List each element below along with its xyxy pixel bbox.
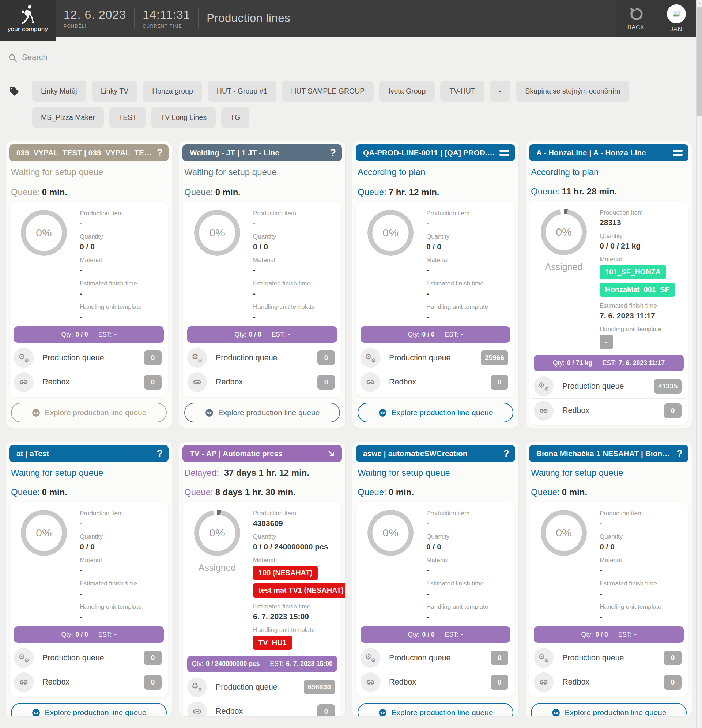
redbox-row[interactable]: Redbox 0 — [532, 398, 686, 422]
production-queue-row[interactable]: ⚙⚙ Production queue 0 — [532, 646, 686, 670]
redbox-row[interactable]: Redbox 0 — [185, 370, 339, 394]
panel-top: 0% Production item - Quantity 0 / 0 Mate… — [183, 202, 342, 321]
tag-chip[interactable]: TV Long Lines — [151, 107, 216, 128]
redbox-row[interactable]: Redbox 0 — [358, 670, 512, 694]
queue-label: Queue: — [531, 186, 560, 196]
qty-value: 0 / 0 — [76, 331, 88, 338]
tag-chip[interactable]: Linky Matěj — [32, 81, 86, 102]
explore-queue-button[interactable]: Explore production line queue — [358, 403, 513, 422]
card-header-icon-button[interactable] — [669, 150, 683, 156]
explore-queue-button[interactable]: Explore production line queue — [11, 703, 167, 716]
tag-chip[interactable]: Skupina se stejným oceněním — [516, 81, 629, 102]
explore-queue-button[interactable]: Explore production line queue — [358, 703, 513, 716]
tag-chip[interactable]: Linky TV — [92, 81, 138, 102]
redbox-row[interactable]: Redbox 0 — [358, 370, 512, 394]
progress-percent: 0% — [21, 510, 67, 556]
card-header[interactable]: TV - AP | Automatic press — [182, 445, 342, 462]
company-logo[interactable]: your company — [0, 0, 56, 41]
tag-chip[interactable]: - — [490, 81, 511, 102]
production-line-card: TV - AP | Automatic press Delayed:37 day… — [179, 442, 346, 716]
tag-chip[interactable]: TG — [221, 107, 249, 128]
tag-chip[interactable]: HUT SAMPLE GROUP — [282, 81, 373, 102]
redbox-row[interactable]: Redbox 0 — [12, 670, 166, 694]
qty-est-bar[interactable]: Qty:0 / 0 EST:- — [14, 326, 164, 343]
qty-value: 0 / 0 — [249, 331, 261, 338]
field-label: Quantity — [80, 533, 162, 540]
status-text: According to plan — [358, 167, 425, 177]
card-header-icon-button[interactable]: ? — [153, 448, 163, 459]
redbox-count: 0 — [491, 375, 508, 390]
qty-est-bar[interactable]: Qty:0 / 0 EST:- — [534, 626, 684, 643]
redbox-row[interactable]: Redbox 0 — [532, 670, 686, 694]
qty-est-bar[interactable]: Qty:0 / 0 EST:- — [187, 326, 337, 343]
production-queue-row[interactable]: ⚙⚙ Production queue 0 — [12, 646, 166, 670]
est-label: EST: — [270, 660, 283, 668]
field-label: Estimated finish time — [80, 280, 162, 287]
tag-chip[interactable]: Honza group — [143, 81, 202, 102]
field-label: Material — [426, 557, 508, 564]
qty-est-bar[interactable]: Qty:0 / 240000000 pcs EST:6. 7. 2023 15:… — [187, 656, 337, 672]
card-header-icon-button[interactable] — [323, 449, 336, 458]
card-header[interactable]: QA-PROD-LINE-0011 | [QA] PROD. LINE ... — [356, 144, 515, 161]
production-line-card: A - HonzaLine | A - Honza Line According… — [525, 141, 692, 428]
card-header-icon-button[interactable]: ? — [673, 448, 683, 459]
tag-chip[interactable]: HUT - Group #1 — [208, 81, 276, 102]
field-value: - — [426, 312, 508, 321]
redbox-row[interactable]: Redbox 0 — [185, 699, 339, 716]
production-queue-count: 0 — [491, 650, 508, 665]
field-label: Production item — [600, 209, 682, 216]
gears-icon: ⚙⚙ — [14, 348, 34, 368]
user-menu-button[interactable]: JAN — [656, 0, 696, 36]
card-header[interactable]: Welding - JT | 1 JT - Line ? — [182, 144, 342, 161]
qty-est-bar[interactable]: Qty:0 / 0 EST:- — [360, 626, 510, 643]
qty-value: 0 / 71 kg — [567, 359, 592, 367]
back-button[interactable]: BACK — [616, 0, 656, 36]
field-label: Estimated finish time — [80, 580, 162, 587]
field-label: Handling unit template — [253, 626, 335, 634]
redbox-label: Redbox — [389, 677, 416, 687]
card-header[interactable]: 039_VYPAL_TEST | 039_VYPAL_TEST ? — [9, 144, 169, 161]
production-queue-row[interactable]: ⚙⚙ Production queue 25966 — [358, 346, 512, 370]
redbox-row[interactable]: Redbox 0 — [12, 370, 166, 394]
vertical-scrollbar[interactable]: ▲ — [696, 0, 702, 728]
field-label: Estimated finish time — [253, 603, 335, 610]
explore-queue-button[interactable]: Explore production line queue — [531, 703, 687, 716]
explore-queue-button[interactable]: Explore production line queue — [184, 403, 340, 422]
search-input[interactable] — [8, 51, 173, 68]
qty-est-bar[interactable]: Qty:0 / 0 EST:- — [14, 626, 164, 643]
qty-est-bar[interactable]: Qty:0 / 0 EST:- — [360, 326, 510, 343]
card-header[interactable]: Biona Míchačka 1 NESAHAT | Biona - Míc..… — [529, 445, 689, 462]
card-header-icon-button[interactable]: ? — [500, 448, 509, 459]
queue-value: 0 min. — [215, 187, 240, 197]
status-progress-bar — [183, 182, 342, 182]
card-title: QA-PROD-LINE-0011 | [QA] PROD. LINE ... — [363, 148, 496, 157]
scrollbar-up-arrow[interactable]: ▲ — [696, 0, 702, 7]
est-value: 7. 6. 2023 11:17 — [619, 359, 665, 367]
production-queue-row[interactable]: ⚙⚙ Production queue 0 — [185, 346, 339, 370]
arrow-down-right-icon — [327, 449, 336, 458]
tag-chip[interactable]: Iveta Group — [379, 81, 435, 102]
card-header-icon-button[interactable]: ? — [327, 147, 336, 159]
redbox-count: 0 — [144, 375, 162, 390]
card-header-icon-button[interactable]: ? — [153, 147, 163, 159]
menu-icon — [673, 150, 683, 156]
chip-stack: 100 (NESAHAT)test mat TV1 (NESAHAT) — [253, 566, 335, 598]
production-queue-row[interactable]: ⚙⚙ Production queue 0 — [12, 346, 166, 370]
gears-icon: ⚙⚙ — [187, 348, 207, 368]
tag-chip[interactable]: TEST — [109, 107, 146, 128]
card-header[interactable]: aswc | automaticSWCreation ? — [356, 445, 515, 462]
card-header-icon-button[interactable] — [496, 150, 509, 156]
menu-icon — [499, 150, 509, 156]
card-header[interactable]: at | aTest ? — [9, 445, 169, 462]
panel-top: 0% Production item - Quantity 0 / 0 Mate… — [10, 502, 168, 621]
scrollbar-thumb[interactable] — [697, 7, 702, 116]
production-queue-row[interactable]: ⚙⚙ Production queue 696630 — [185, 675, 339, 699]
tag-chip[interactable]: TV-HUT — [440, 81, 484, 102]
production-queue-row[interactable]: ⚙⚙ Production queue 41335 — [532, 374, 686, 398]
production-queue-row[interactable]: ⚙⚙ Production queue 0 — [358, 646, 512, 670]
explore-queue-button[interactable]: Explore production line queue — [11, 403, 167, 422]
qty-est-bar[interactable]: Qty:0 / 71 kg EST:7. 6. 2023 11:17 — [534, 355, 684, 371]
tag-chip[interactable]: MS_Pizza Maker — [32, 107, 104, 128]
card-header[interactable]: A - HonzaLine | A - Honza Line — [529, 144, 689, 161]
est-value: - — [461, 331, 463, 338]
